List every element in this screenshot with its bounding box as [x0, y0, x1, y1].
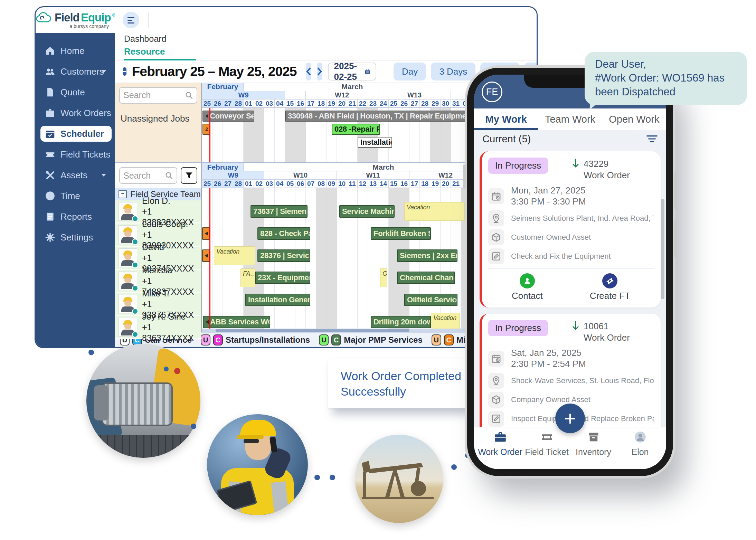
search-icon: [185, 91, 193, 100]
legend-chip-unassigned: U: [319, 334, 329, 345]
face: [124, 324, 131, 329]
technician-list: Elon D.+1 838838XXXXLouis Coup.+1 839930…: [115, 200, 201, 339]
gantt-bar-abb-services-wo[interactable]: ABB Services WO: [203, 316, 270, 328]
collapse-all-icon[interactable]: −: [123, 67, 126, 76]
day-cell: 28: [233, 100, 244, 108]
nav-item-inventory[interactable]: Inventory: [570, 431, 617, 469]
gantt-bar-label: Conveyor Service: [210, 112, 254, 121]
phone-tab-open-work[interactable]: Open Work: [602, 108, 666, 130]
sidebar-item-scheduler[interactable]: Scheduler: [40, 126, 112, 142]
day-cell: 21: [451, 180, 461, 188]
gantt-bar-oilfield-service[interactable]: Oilfield Service: [404, 294, 457, 306]
phone-tab-my-work[interactable]: My Work: [474, 108, 538, 130]
hamburger-menu-icon[interactable]: [123, 12, 139, 28]
technician-name: Elon D.: [142, 196, 201, 206]
tab-resource[interactable]: Resource: [124, 46, 196, 60]
add-work-order-fab[interactable]: +: [555, 404, 585, 433]
gantt-bar-label: Forklift Broken Ser: [374, 229, 431, 238]
day-cell: 15: [389, 180, 399, 188]
day-cell: 04: [275, 180, 285, 188]
action-create-ft-button[interactable]: Create FT: [590, 273, 630, 301]
sidebar-item-label: Customers: [60, 66, 104, 77]
gantt-bar-siemens-2xx-erro[interactable]: Siemens | 2xx Erro: [397, 249, 457, 262]
day-cell: 26: [399, 100, 409, 108]
action-contact-button[interactable]: Contact: [512, 273, 543, 301]
detail-text: Company Owned Asset: [511, 395, 590, 405]
gantt-bar-330948-abn-field-houston-tx-repair-equipment[interactable]: 330948 - ABN Field | Houston, TX | Repai…: [285, 111, 479, 122]
view-button-3-days[interactable]: 3 Days: [431, 63, 475, 80]
filter-funnel-button[interactable]: [181, 167, 197, 184]
prev-period-button[interactable]: [306, 63, 311, 80]
view-button-day[interactable]: Day: [394, 63, 426, 80]
customers-icon: [45, 67, 55, 76]
calendar-icon: [365, 67, 370, 76]
equipment-motor-photo: [86, 344, 200, 458]
gantt-bar-fa[interactable]: FA…: [240, 268, 255, 287]
schedule-icon: [488, 351, 504, 367]
phone-volume-button: [463, 164, 466, 189]
gantt-bar-vacation[interactable]: Vacation: [214, 246, 255, 265]
current-date-line: [209, 188, 210, 332]
sidebar-item-field-tickets[interactable]: Field Tickets: [40, 146, 112, 162]
gantt-bar-service-machine[interactable]: Service Machine -: [339, 205, 395, 218]
sidebar-item-work-orders[interactable]: Work Orders: [40, 105, 112, 121]
gantt-bar-g[interactable]: G: [380, 268, 387, 287]
sidebar-item-customers[interactable]: Customers: [40, 64, 112, 79]
filter-icon[interactable]: [646, 135, 658, 143]
card-actions: ContactCreate FT: [488, 273, 654, 303]
field-technician-photo: [207, 414, 308, 515]
scroll-thumb[interactable]: [216, 329, 409, 332]
gantt-bar-drilling-20m-dow[interactable]: Drilling 20m dow: [371, 316, 431, 328]
team-search-input[interactable]: Search: [119, 167, 177, 184]
sidebar-item-label: Assets: [60, 170, 87, 181]
phone-scrollbar[interactable]: [661, 199, 664, 299]
gantt-bar-chemical-change[interactable]: Chemical Change: [397, 272, 455, 284]
day-cell: 01: [244, 100, 254, 108]
notification-line-3: been Dispatched: [595, 85, 737, 99]
sidebar-item-quote[interactable]: Quote: [40, 84, 112, 100]
sidebar-item-time[interactable]: Time: [40, 188, 112, 204]
phone-tab-team-work[interactable]: Team Work: [538, 108, 602, 130]
card-header: In Progress43229Work Order: [488, 158, 654, 181]
gantt-bar-73637-siemens[interactable]: 73637 | Siemens: [251, 205, 308, 218]
gantt-bar-828-check-par[interactable]: 828 - Check Par: [257, 227, 310, 240]
gantt-bar-installation-gener[interactable]: Installation Gener: [245, 294, 310, 306]
bar-left-marker: [205, 114, 208, 118]
detail-text: Sat, Jan 25, 20252:30 PM - 2:54 PM: [511, 348, 586, 370]
sidebar-item-settings[interactable]: Settings: [40, 229, 112, 245]
connector-dot: [88, 350, 94, 355]
gantt-bar-2[interactable]: 2: [202, 124, 210, 135]
completed-line-1: Work Order Completed: [341, 368, 479, 384]
gantt-bar-vacation[interactable]: Vacation: [404, 202, 465, 221]
gantt-bar-23x-equipmen[interactable]: 23X - Equipmen: [255, 272, 310, 284]
next-period-button[interactable]: [317, 63, 322, 80]
settings-icon: [45, 233, 55, 242]
gantt-bar-028-repair-pump[interactable]: 028 -Repair Pump: [332, 124, 380, 135]
gantt-bar-small[interactable]: [202, 249, 210, 262]
work-order-card-43229[interactable]: In Progress43229Work OrderMon, Jan 27, 2…: [480, 151, 661, 307]
sidebar-item-assets[interactable]: Assets: [40, 167, 112, 183]
legend-chip-assigned: C: [444, 334, 454, 345]
week-label: W11: [337, 171, 409, 180]
nav-label: Work Order: [478, 447, 522, 457]
nav-item-field-ticket[interactable]: Field Ticket: [523, 431, 570, 469]
gantt-bar-forklift-broken-ser[interactable]: Forklift Broken Ser: [371, 227, 431, 240]
gantt-bar-28376-servic[interactable]: 28376 | Servic: [257, 249, 310, 262]
connector-dot: [330, 475, 335, 480]
gantt-bar-small[interactable]: [202, 227, 210, 240]
face: [124, 254, 131, 260]
date-range-title: February 25 – May 25, 2025: [132, 64, 297, 79]
day-cell: 05: [285, 180, 295, 188]
sidebar-item-reports[interactable]: Reports: [40, 209, 112, 225]
technician-row-joy-k-sine[interactable]: Joy K. Sine+1 836374XXXX: [115, 316, 201, 339]
scheduler-toolbar: − February 25 – May 25, 2025 2025-02-25 …: [115, 60, 537, 83]
gantt-bar-installation[interactable]: Installation: [358, 137, 392, 148]
collapse-group-icon[interactable]: −: [119, 190, 127, 198]
sidebar-item-home[interactable]: Home: [40, 43, 112, 59]
day-cell: 27: [223, 180, 233, 188]
unassigned-search-input[interactable]: Search: [119, 87, 197, 104]
date-picker-input[interactable]: 2025-02-25: [328, 63, 377, 80]
nav-item-work-order[interactable]: Work Order: [477, 431, 523, 469]
notification-line-2: #Work Order: WO1569 has: [595, 71, 737, 85]
nav-item-elon[interactable]: Elon: [617, 431, 663, 469]
